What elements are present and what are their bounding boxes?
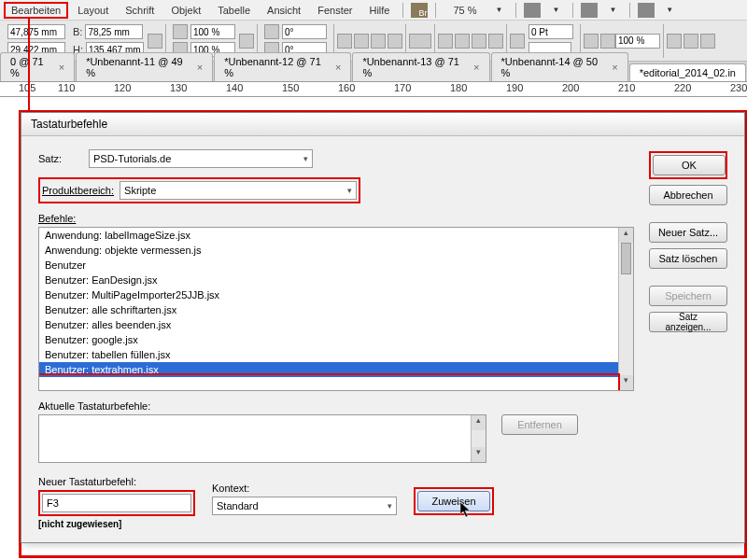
doc-tab[interactable]: 0 @ 71 %× bbox=[0, 52, 75, 81]
rotate-ccw-icon[interactable] bbox=[354, 34, 369, 49]
scroll-thumb[interactable] bbox=[621, 243, 631, 274]
list-item[interactable]: Benutzer: MultiPageImporter25JJB.jsx bbox=[39, 287, 633, 302]
scroll-up-icon[interactable]: ▴ bbox=[619, 228, 633, 243]
select-container-icon[interactable] bbox=[438, 34, 453, 49]
view-options-icon[interactable] bbox=[524, 3, 541, 18]
list-item[interactable]: Benutzer: alle schriftarten.jsx bbox=[39, 302, 633, 317]
flip-v-icon[interactable] bbox=[388, 34, 402, 49]
ruler-tick: 180 bbox=[450, 82, 467, 93]
tab-label: *Unbenannt-11 @ 49 % bbox=[86, 56, 193, 78]
new-shortcut-input[interactable] bbox=[42, 494, 191, 512]
tab-label: *editorial_2014_02.in bbox=[640, 67, 736, 78]
chevron-down-icon[interactable]: ▼ bbox=[601, 3, 624, 17]
menu-fenster[interactable]: Fenster bbox=[310, 2, 359, 19]
doc-tab[interactable]: *Unbenannt-14 @ 50 %× bbox=[491, 52, 628, 81]
paragraph-style-icon[interactable] bbox=[409, 34, 431, 49]
menu-layout[interactable]: Layout bbox=[70, 2, 116, 19]
menu-schrift[interactable]: Schrift bbox=[118, 2, 162, 19]
separator bbox=[663, 24, 664, 58]
menu-objekt[interactable]: Objekt bbox=[163, 2, 208, 19]
list-item[interactable]: Benutzer bbox=[39, 258, 633, 273]
rotate-cw-icon[interactable] bbox=[337, 34, 352, 49]
close-icon[interactable]: × bbox=[197, 62, 203, 73]
separator bbox=[515, 3, 516, 18]
list-item[interactable]: Benutzer: tabellen füllen.jsx bbox=[39, 347, 633, 362]
menu-tabelle[interactable]: Tabelle bbox=[210, 2, 258, 19]
close-icon[interactable]: × bbox=[473, 62, 479, 73]
bridge-icon[interactable]: Br bbox=[411, 3, 428, 18]
satz-anzeigen-button[interactable]: Satz anzeigen... bbox=[649, 312, 727, 332]
commands-listbox[interactable]: Anwendung: labelImageSize.jsxAnwendung: … bbox=[38, 227, 634, 391]
doc-tab[interactable]: *Unbenannt-11 @ 49 %× bbox=[76, 52, 213, 81]
tab-label: *Unbenannt-12 @ 71 % bbox=[224, 56, 331, 78]
ruler-tick: 120 bbox=[114, 82, 131, 93]
effects-icon[interactable] bbox=[584, 34, 599, 49]
list-item[interactable]: Benutzer: google.jsx bbox=[39, 332, 633, 347]
text-wrap-3-icon[interactable] bbox=[700, 34, 715, 49]
doc-tab-active[interactable]: *editorial_2014_02.in bbox=[629, 63, 746, 81]
menu-bearbeiten[interactable]: Bearbeiten bbox=[4, 2, 68, 19]
rotate-icon bbox=[264, 24, 279, 39]
doc-tab[interactable]: *Unbenannt-13 @ 71 %× bbox=[352, 52, 489, 81]
zuweisen-button[interactable]: Zuweisen bbox=[417, 491, 490, 511]
x-field[interactable] bbox=[7, 24, 65, 39]
separator bbox=[435, 3, 436, 18]
menu-ansicht[interactable]: Ansicht bbox=[260, 2, 308, 19]
satz-loeschen-button[interactable]: Satz löschen bbox=[649, 248, 727, 269]
scroll-down-icon[interactable]: ▾ bbox=[472, 447, 486, 462]
fill-icon[interactable] bbox=[510, 34, 525, 49]
current-shortcuts-box[interactable]: ▴ ▾ bbox=[38, 414, 486, 463]
unassigned-note: [nicht zugewiesen] bbox=[38, 519, 195, 529]
list-item[interactable]: Benutzer: alles beenden.jsx bbox=[39, 317, 633, 332]
close-icon[interactable]: × bbox=[335, 62, 341, 73]
scale-x-field[interactable] bbox=[190, 24, 235, 39]
chevron-down-icon[interactable]: ▼ bbox=[544, 3, 567, 17]
chevron-down-icon[interactable]: ▼ bbox=[488, 3, 511, 17]
close-icon[interactable]: × bbox=[59, 62, 64, 73]
select-next-icon[interactable] bbox=[488, 34, 503, 49]
kontext-label: Kontext: bbox=[212, 483, 397, 494]
scrollbar[interactable]: ▴ ▾ bbox=[618, 228, 633, 390]
text-wrap-1-icon[interactable] bbox=[667, 34, 682, 49]
satz-combo[interactable]: PSD-Tutorials.de bbox=[89, 149, 313, 168]
kontext-combo[interactable]: Standard bbox=[212, 497, 397, 515]
constrain-icon[interactable] bbox=[148, 34, 162, 49]
select-content-icon[interactable] bbox=[455, 34, 470, 49]
dialog-title: Tastaturbefehle bbox=[21, 113, 744, 136]
separator bbox=[629, 3, 630, 18]
arrange-icon[interactable] bbox=[638, 3, 655, 18]
speichern-button[interactable]: Speichern bbox=[649, 286, 727, 306]
ruler-tick: 190 bbox=[506, 82, 523, 93]
list-item[interactable]: Anwendung: labelImageSize.jsx bbox=[39, 228, 633, 243]
stroke-weight-field[interactable] bbox=[529, 24, 573, 39]
zoom-level[interactable]: 75 % bbox=[445, 2, 484, 19]
horizontal-ruler: 105 110 120 130 140 150 160 170 180 190 … bbox=[0, 82, 747, 97]
opacity-field[interactable] bbox=[615, 34, 660, 49]
wrap-icon[interactable] bbox=[600, 34, 615, 49]
list-item[interactable]: Benutzer: EanDesign.jsx bbox=[39, 273, 633, 287]
produktbereich-combo[interactable]: Skripte bbox=[120, 181, 357, 200]
list-item[interactable]: Benutzer: textrahmen.jsx bbox=[39, 362, 633, 377]
constrain-scale-icon[interactable] bbox=[239, 34, 254, 49]
scrollbar[interactable]: ▴ ▾ bbox=[471, 415, 486, 462]
width-field[interactable] bbox=[85, 24, 143, 39]
flip-h-icon[interactable] bbox=[371, 34, 386, 49]
scroll-up-icon[interactable]: ▴ bbox=[472, 415, 486, 430]
ok-button[interactable]: OK bbox=[653, 155, 726, 175]
select-prev-icon[interactable] bbox=[472, 34, 486, 49]
entfernen-button[interactable]: Entfernen bbox=[501, 414, 578, 435]
chevron-down-icon[interactable]: ▼ bbox=[658, 3, 681, 17]
close-icon[interactable]: × bbox=[612, 62, 617, 73]
list-item[interactable]: Anwendung: objekte vermessen.js bbox=[39, 243, 633, 258]
abbrechen-button[interactable]: Abbrechen bbox=[649, 185, 727, 205]
text-wrap-2-icon[interactable] bbox=[684, 34, 698, 49]
befehle-label: Befehle: bbox=[38, 213, 634, 224]
neuer-satz-button[interactable]: Neuer Satz... bbox=[649, 222, 727, 243]
screen-mode-icon[interactable] bbox=[581, 3, 598, 18]
rotation-field[interactable] bbox=[282, 24, 327, 39]
menu-hilfe[interactable]: Hilfe bbox=[361, 2, 397, 19]
scroll-down-icon[interactable]: ▾ bbox=[619, 375, 633, 390]
annotation-line bbox=[28, 19, 30, 112]
separator bbox=[572, 3, 573, 18]
doc-tab[interactable]: *Unbenannt-12 @ 71 %× bbox=[214, 52, 351, 81]
